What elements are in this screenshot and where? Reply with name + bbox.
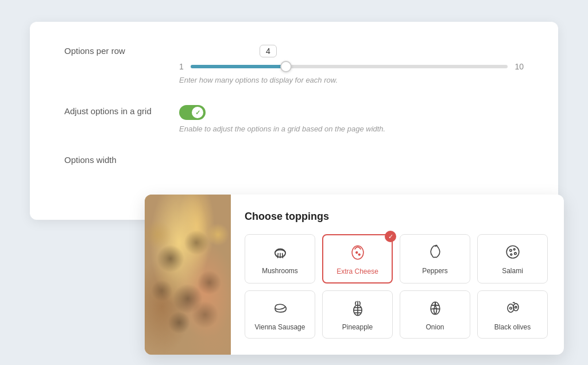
selected-badge-cheese: ✓ <box>385 231 396 242</box>
sausage-icon <box>270 298 291 319</box>
topping-black-olives[interactable]: Black olives <box>477 290 548 339</box>
options-per-row-content: 4 1 10 Enter how many options to display… <box>179 45 524 84</box>
toggle-check-icon: ✓ <box>195 109 200 117</box>
svg-line-0 <box>277 253 278 258</box>
options-per-row-hint: Enter how many options to display for ea… <box>179 76 524 84</box>
svg-point-5 <box>355 252 357 254</box>
topping-salami[interactable]: Salami <box>477 234 548 284</box>
settings-card: Options per row 4 1 10 Enter how many op… <box>30 22 558 220</box>
options-per-row-row: Options per row 4 1 10 Enter how many op… <box>64 45 524 84</box>
svg-line-1 <box>282 253 283 258</box>
topping-extra-cheese[interactable]: ✓ Extra Cheese <box>322 234 393 284</box>
svg-point-21 <box>514 306 516 308</box>
options-per-row-label: Options per row <box>64 45 179 56</box>
svg-point-8 <box>506 246 519 258</box>
topping-peppers[interactable]: Peppers <box>400 234 470 284</box>
adjust-grid-row: Adjust options in a grid ✓ Enable to adj… <box>64 105 524 133</box>
svg-point-11 <box>514 253 516 255</box>
mushroom-icon <box>270 242 291 262</box>
toppings-content: Choose toppings Mushrooms <box>231 195 564 355</box>
adjust-grid-toggle[interactable]: ✓ <box>179 105 206 120</box>
topping-peppers-label: Peppers <box>422 267 448 275</box>
topping-onion[interactable]: Onion <box>400 290 470 339</box>
topping-onion-label: Onion <box>425 323 444 331</box>
svg-point-6 <box>358 254 360 255</box>
toppings-grid: Mushrooms ✓ Extra Cheese <box>245 234 548 339</box>
svg-point-9 <box>509 250 512 252</box>
salami-icon <box>502 242 523 262</box>
olive-icon <box>502 298 523 319</box>
topping-vienna-sausage[interactable]: Vienna Sausage <box>245 290 315 339</box>
toggle-knob: ✓ <box>192 107 203 118</box>
pizza-spots <box>145 195 231 355</box>
svg-point-10 <box>513 248 515 250</box>
pizza-img-inner <box>145 195 231 355</box>
cheese-icon <box>347 242 368 263</box>
toppings-title: Choose toppings <box>245 211 548 223</box>
topping-pineapple-label: Pineapple <box>342 323 373 331</box>
slider-row: 1 10 <box>179 62 524 71</box>
topping-mushrooms-label: Mushrooms <box>262 267 298 275</box>
main-container: Options per row 4 1 10 Enter how many op… <box>30 22 558 343</box>
options-width-row: Options width <box>64 154 524 165</box>
slider-value-bubble: 4 <box>260 45 277 57</box>
svg-point-19 <box>509 307 512 309</box>
topping-salami-label: Salami <box>502 267 523 275</box>
pineapple-icon <box>347 298 368 319</box>
toggle-row: ✓ <box>179 105 524 120</box>
topping-mushrooms[interactable]: Mushrooms <box>245 234 315 284</box>
onion-icon <box>425 298 446 319</box>
topping-pineapple[interactable]: Pineapple <box>322 290 393 339</box>
topping-extra-cheese-label: Extra Cheese <box>336 267 378 275</box>
svg-point-12 <box>510 254 512 255</box>
topping-vienna-sausage-label: Vienna Sausage <box>255 323 305 331</box>
adjust-grid-content: ✓ Enable to adjust the options in a grid… <box>179 105 524 133</box>
svg-point-18 <box>508 304 514 312</box>
topping-black-olives-label: Black olives <box>494 323 531 331</box>
options-width-label: Options width <box>64 154 179 165</box>
adjust-grid-hint: Enable to adjust the options in a grid b… <box>179 125 524 133</box>
pepper-icon <box>425 242 446 262</box>
pizza-image <box>145 195 231 355</box>
adjust-grid-label: Adjust options in a grid <box>64 105 179 116</box>
toppings-card: Choose toppings Mushrooms <box>145 195 564 355</box>
slider-max: 10 <box>514 62 524 71</box>
slider-track-container[interactable] <box>191 65 508 68</box>
slider-min: 1 <box>179 62 184 71</box>
